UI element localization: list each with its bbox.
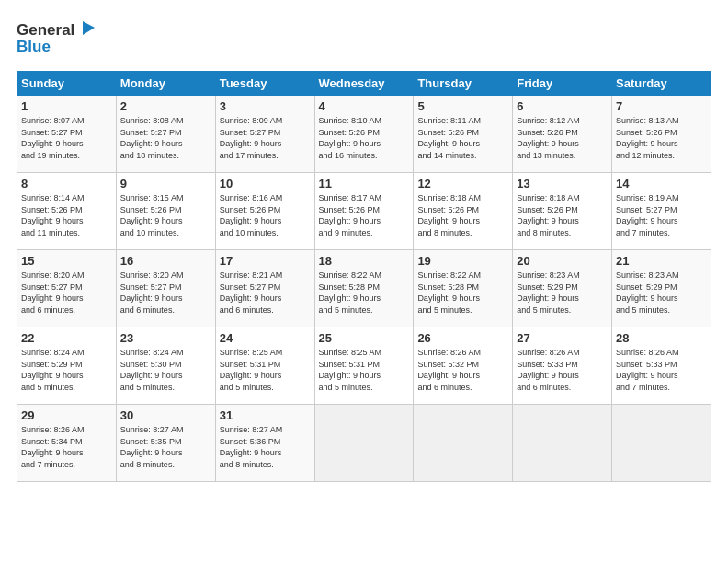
calendar-body: 1Sunrise: 8:07 AMSunset: 5:27 PMDaylight… <box>17 96 711 482</box>
calendar-header-cell: Thursday <box>414 72 513 96</box>
calendar-day-cell: 27Sunrise: 8:26 AMSunset: 5:33 PMDayligh… <box>513 327 612 405</box>
calendar-day-cell: 7Sunrise: 8:13 AMSunset: 5:26 PMDaylight… <box>612 96 711 173</box>
calendar-day-cell: 11Sunrise: 8:17 AMSunset: 5:26 PMDayligh… <box>314 173 414 250</box>
logo: General Blue <box>17 17 99 62</box>
calendar-day-cell <box>612 405 711 482</box>
calendar-day-cell: 30Sunrise: 8:27 AMSunset: 5:35 PMDayligh… <box>116 405 215 482</box>
calendar-week-row: 1Sunrise: 8:07 AMSunset: 5:27 PMDaylight… <box>17 96 711 173</box>
calendar-week-row: 8Sunrise: 8:14 AMSunset: 5:26 PMDaylight… <box>17 173 711 250</box>
calendar-day-cell: 9Sunrise: 8:15 AMSunset: 5:26 PMDaylight… <box>116 173 215 250</box>
calendar-day-cell: 28Sunrise: 8:26 AMSunset: 5:33 PMDayligh… <box>612 327 711 405</box>
calendar-day-cell: 25Sunrise: 8:25 AMSunset: 5:31 PMDayligh… <box>314 327 414 405</box>
logo-text: General Blue <box>17 17 99 62</box>
calendar-header-cell: Monday <box>116 72 215 96</box>
calendar-header-cell: Saturday <box>612 72 711 96</box>
calendar-day-cell: 16Sunrise: 8:20 AMSunset: 5:27 PMDayligh… <box>116 250 215 327</box>
calendar-day-cell: 18Sunrise: 8:22 AMSunset: 5:28 PMDayligh… <box>314 250 414 327</box>
calendar-week-row: 29Sunrise: 8:26 AMSunset: 5:34 PMDayligh… <box>17 405 711 482</box>
calendar-week-row: 15Sunrise: 8:20 AMSunset: 5:27 PMDayligh… <box>17 250 711 327</box>
calendar-day-cell: 21Sunrise: 8:23 AMSunset: 5:29 PMDayligh… <box>612 250 711 327</box>
svg-text:Blue: Blue <box>17 38 51 55</box>
calendar-day-cell: 31Sunrise: 8:27 AMSunset: 5:36 PMDayligh… <box>215 405 314 482</box>
calendar-day-cell: 1Sunrise: 8:07 AMSunset: 5:27 PMDaylight… <box>17 96 117 173</box>
calendar-header-row: SundayMondayTuesdayWednesdayThursdayFrid… <box>17 72 711 96</box>
calendar-day-cell: 15Sunrise: 8:20 AMSunset: 5:27 PMDayligh… <box>17 250 117 327</box>
calendar-day-cell <box>314 405 414 482</box>
svg-text:General: General <box>17 21 74 39</box>
page: General Blue SundayMondayTuesdayWednesda… <box>0 0 728 491</box>
header: General Blue <box>17 17 711 62</box>
calendar-day-cell <box>513 405 612 482</box>
calendar-day-cell: 13Sunrise: 8:18 AMSunset: 5:26 PMDayligh… <box>513 173 612 250</box>
calendar-header-cell: Tuesday <box>215 72 314 96</box>
calendar-day-cell: 26Sunrise: 8:26 AMSunset: 5:32 PMDayligh… <box>414 327 513 405</box>
calendar-day-cell: 2Sunrise: 8:08 AMSunset: 5:27 PMDaylight… <box>116 96 215 173</box>
calendar-header-cell: Friday <box>513 72 612 96</box>
calendar-day-cell: 10Sunrise: 8:16 AMSunset: 5:26 PMDayligh… <box>215 173 314 250</box>
calendar-day-cell: 12Sunrise: 8:18 AMSunset: 5:26 PMDayligh… <box>414 173 513 250</box>
calendar-week-row: 22Sunrise: 8:24 AMSunset: 5:29 PMDayligh… <box>17 327 711 405</box>
calendar-day-cell: 17Sunrise: 8:21 AMSunset: 5:27 PMDayligh… <box>215 250 314 327</box>
calendar-day-cell: 19Sunrise: 8:22 AMSunset: 5:28 PMDayligh… <box>414 250 513 327</box>
calendar-day-cell: 4Sunrise: 8:10 AMSunset: 5:26 PMDaylight… <box>314 96 414 173</box>
svg-marker-2 <box>83 21 95 35</box>
calendar-day-cell: 24Sunrise: 8:25 AMSunset: 5:31 PMDayligh… <box>215 327 314 405</box>
calendar-day-cell: 5Sunrise: 8:11 AMSunset: 5:26 PMDaylight… <box>414 96 513 173</box>
calendar-day-cell <box>414 405 513 482</box>
calendar-day-cell: 20Sunrise: 8:23 AMSunset: 5:29 PMDayligh… <box>513 250 612 327</box>
calendar-header-cell: Sunday <box>17 72 117 96</box>
calendar-table: SundayMondayTuesdayWednesdayThursdayFrid… <box>17 71 711 482</box>
calendar-day-cell: 23Sunrise: 8:24 AMSunset: 5:30 PMDayligh… <box>116 327 215 405</box>
calendar-day-cell: 29Sunrise: 8:26 AMSunset: 5:34 PMDayligh… <box>17 405 117 482</box>
calendar-header-cell: Wednesday <box>314 72 414 96</box>
calendar-day-cell: 6Sunrise: 8:12 AMSunset: 5:26 PMDaylight… <box>513 96 612 173</box>
calendar-day-cell: 3Sunrise: 8:09 AMSunset: 5:27 PMDaylight… <box>215 96 314 173</box>
calendar-day-cell: 14Sunrise: 8:19 AMSunset: 5:27 PMDayligh… <box>612 173 711 250</box>
calendar-day-cell: 22Sunrise: 8:24 AMSunset: 5:29 PMDayligh… <box>17 327 117 405</box>
calendar-day-cell: 8Sunrise: 8:14 AMSunset: 5:26 PMDaylight… <box>17 173 117 250</box>
